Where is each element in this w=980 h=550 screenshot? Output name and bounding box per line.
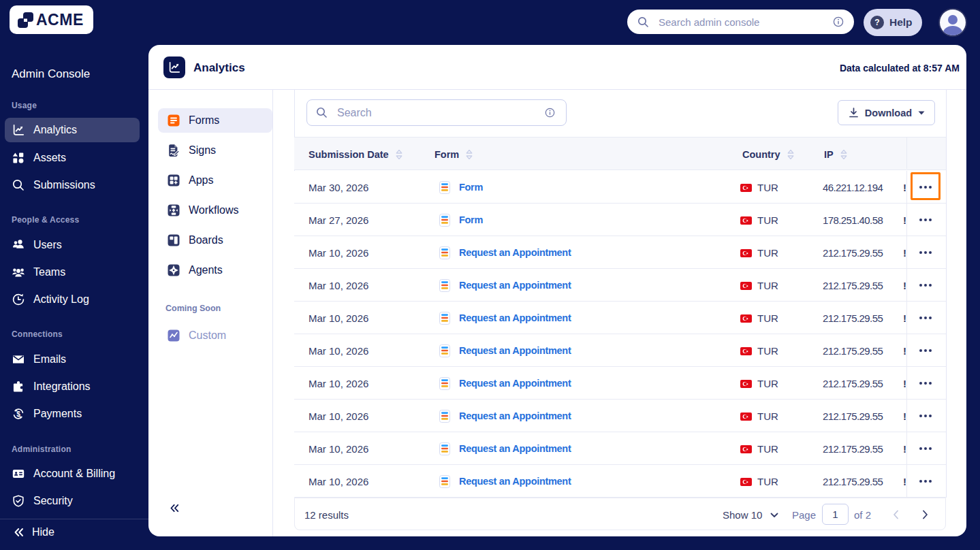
svg-text:$: $ xyxy=(16,410,20,418)
